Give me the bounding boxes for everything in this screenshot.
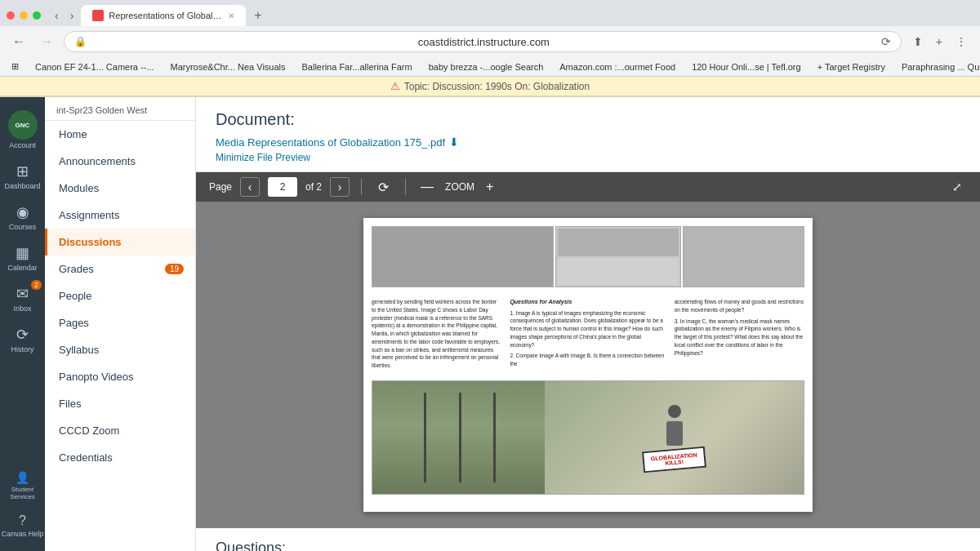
sidebar-item-grades[interactable]: Grades 19 [45,256,195,282]
pdf-page-of: of 2 [305,181,322,193]
history-label: History [11,345,33,353]
bookmark-6[interactable]: + Target Registry [814,60,889,73]
discussions-label: Discussions [59,236,122,248]
topic-text: Topic: Discussion: 1990s On: Globalizati… [404,81,590,92]
pdf-text-col-3: accelerating flows of money and goods an… [675,298,804,370]
pdf-q3-intro: accelerating flows of money and goods an… [675,298,804,314]
back-nav-button[interactable]: ← [8,33,29,51]
pdf-prev-button[interactable]: ‹ [240,177,260,197]
file-link[interactable]: Media Representations of Globalization 1… [216,136,459,149]
canvas-help-icon: ? [19,513,26,528]
new-tab-button[interactable]: + [249,8,266,23]
tab-close-button[interactable]: ✕ [228,11,234,20]
content-header: Document: Media Representations of Globa… [196,97,980,172]
sidebar-item-courses[interactable]: ◉ Courses [0,197,45,238]
panopto-label: Panopto Videos [59,371,134,383]
bookmark-7[interactable]: Paraphrasing ... QuillBot AI [898,60,980,73]
pdf-page: generated by sending field workers acros… [363,218,813,512]
student-services-label: Student Services [0,486,45,500]
address-bar[interactable]: 🔒 coastdistrict.instructure.com ⟳ [64,31,902,52]
pdf-zoom-out-button[interactable]: — [417,178,437,196]
zoom-label: ZOOM [445,181,474,193]
pdf-toolbar: Page ‹ of 2 › ⟳ — ZOOM + ⤢ [196,172,980,202]
sidebar-item-home[interactable]: Home [45,121,195,148]
pdf-next-button[interactable]: › [330,177,350,197]
files-label: Files [59,398,81,410]
sidebar-item-history[interactable]: ⟳ History [0,319,45,360]
pdf-text-col-2: Questions for Analysis 1. Image A is typ… [510,298,666,370]
reload-button[interactable]: ⟳ [881,35,891,48]
grades-label: Grades [59,263,94,275]
browser-tab[interactable]: Representations of Globalization 175 ✕ [81,5,246,26]
pdf-images-row [363,218,813,291]
sidebar-item-modules[interactable]: Modules [45,175,195,202]
courses-label: Courses [9,223,37,231]
pdf-q1: 1. Image A is typical of images emphasiz… [510,309,666,349]
pdf-refresh-button[interactable]: ⟳ [373,178,394,197]
bookmark-1[interactable]: Maryrose&Chr... Nea Visuals [167,60,289,73]
sidebar-item-syllabus[interactable]: Syllabus [45,336,195,363]
questions-title: Questions: [216,540,960,551]
bookmark-0[interactable]: Canon EF 24-1... Camera --... [32,60,158,73]
pdf-questions-heading: Questions for Analysis [510,298,666,307]
sidebar-item-assignments[interactable]: Assignments [45,202,195,229]
maximize-dot [33,11,41,20]
questions-section: Questions: [196,528,980,551]
minimize-preview-link[interactable]: Minimize File Preview [216,152,960,163]
home-label: Home [59,128,87,140]
pdf-image-inner: GLOBALIZATION KILLS! [372,381,804,494]
add-button[interactable]: + [931,33,947,51]
pdf-image-left [372,381,545,494]
sidebar-item-account[interactable]: GNC Account [0,104,45,156]
pdf-q2: 2. Compare Image A with Image B. Is ther… [510,352,666,368]
sidebar-item-credentials[interactable]: Credentials [45,444,195,471]
pdf-image-a [372,226,554,287]
account-label: Account [9,141,36,149]
course-label: int-Spr23 Golden West [45,97,195,121]
protest-sign: GLOBALIZATION KILLS! [642,446,706,473]
sidebar-item-files[interactable]: Files [45,390,195,417]
pdf-fullscreen-button[interactable]: ⤢ [947,179,967,195]
icon-nav: GNC Account ⊞ Dashboard ◉ Courses ▦ Cale… [0,97,45,551]
bookmark-3[interactable]: baby brezza -...oogle Search [425,60,547,73]
minimize-dot [20,11,28,20]
forward-nav-button[interactable]: → [36,33,57,51]
announcements-label: Announcements [59,155,136,167]
sidebar-item-student-services[interactable]: 👤 Student Services [0,464,45,507]
forward-button[interactable]: › [66,7,78,24]
download-icon: ⬇ [449,136,459,149]
extensions-button[interactable]: ⋮ [951,33,972,51]
sidebar-item-discussions[interactable]: Discussions [45,229,195,256]
sidebar-item-cccd-zoom[interactable]: CCCD Zoom [45,417,195,444]
bookmark-2[interactable]: Ballerina Far...allerina Farm [299,60,416,73]
sidebar-item-calendar[interactable]: ▦ Calendar [0,238,45,278]
calendar-label: Calendar [7,264,38,272]
dashboard-icon: ⊞ [16,162,29,180]
main-content: Document: Media Representations of Globa… [196,97,980,551]
course-sidebar: int-Spr23 Golden West Home Announcements… [45,97,196,551]
pdf-page-input[interactable] [268,177,297,197]
tab-label: Representations of Globalization 175 [109,11,223,20]
bookmark-4[interactable]: Amazon.com :...ourmet Food [556,60,679,73]
sidebar-item-people[interactable]: People [45,282,195,309]
file-name: Media Representations of Globalization 1… [216,136,445,149]
person-head [668,405,681,418]
bookmark-apps[interactable]: ⊞ [8,60,22,73]
sidebar-item-panopto-videos[interactable]: Panopto Videos [45,363,195,390]
pdf-bottom-image: GLOBALIZATION KILLS! [372,380,804,495]
avatar-text: GNC [16,122,30,129]
share-button[interactable]: ⬆ [908,33,928,51]
pdf-zoom-in-button[interactable]: + [483,178,497,196]
bookmark-5[interactable]: 120 Hour Onli...se | Tefl.org [688,60,804,73]
sidebar-item-inbox[interactable]: ✉ Inbox 2 [0,278,45,319]
sidebar-item-announcements[interactable]: Announcements [45,148,195,175]
browser-chrome: ‹ › Representations of Globalization 175… [0,0,980,97]
back-button[interactable]: ‹ [51,7,63,24]
sidebar-item-canvas-help[interactable]: ? Canvas Help [0,507,45,544]
sidebar-item-dashboard[interactable]: ⊞ Dashboard [0,156,45,197]
cccd-zoom-label: CCCD Zoom [59,424,119,437]
pdf-text-col-1: generated by sending field workers acros… [372,298,501,370]
toolbar-separator-2 [405,179,406,195]
sidebar-item-pages[interactable]: Pages [45,309,195,336]
dashboard-label: Dashboard [4,182,40,190]
